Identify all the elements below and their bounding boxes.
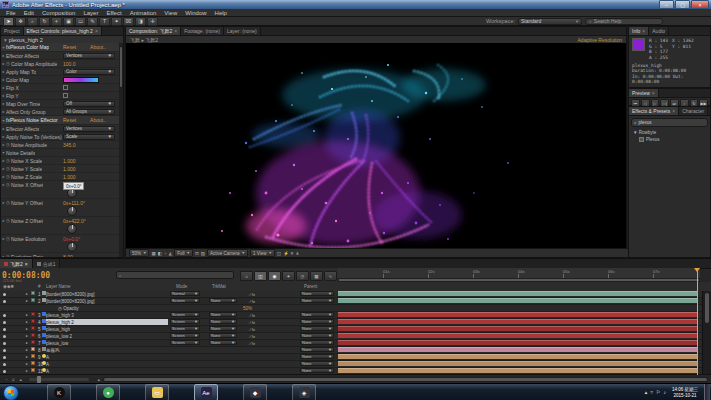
label-color-chip[interactable] [31,347,35,351]
region-of-interest-button[interactable]: ⊡ [195,251,199,256]
tab-character[interactable]: Character [679,107,708,115]
camera-tool[interactable]: ⌖ [51,17,62,26]
property-row[interactable]: ◷ Opacity50% [0,305,703,312]
zoom-tool[interactable]: ⌕ [27,17,38,26]
expand-layers-icon[interactable]: ≣ [11,377,14,382]
brush-tool[interactable]: ✦ [111,17,122,26]
tab-audio[interactable]: Audio [649,27,669,35]
taskbar-clock[interactable]: 14:06 星期三 2015-10-21 [669,387,701,399]
layer-duration-bar[interactable] [338,354,697,359]
trkmat-dropdown[interactable]: None▼ [209,319,237,324]
layer-row-8[interactable]: ▸8老薇风None▼ [0,347,703,354]
menu-layer[interactable]: Layer [79,10,102,16]
shape-tool[interactable]: ▭ [75,17,86,26]
layer-duration-bar[interactable] [338,291,697,296]
tab-layer[interactable]: Layer: (none) [224,27,261,35]
effect-row-2[interactable]: ▸◷Color Map Amplitude100.0 [1,60,119,68]
snapshot-button[interactable]: ⌾ [164,251,167,256]
parent-dropdown[interactable]: None▼ [300,326,334,331]
parent-dropdown[interactable]: None▼ [300,347,334,352]
menu-help[interactable]: Help [211,10,231,16]
effect-row-21[interactable]: ▸◷Evolution Rate8.00 [1,253,119,257]
twirl-icon[interactable]: ▸ [26,347,28,353]
pan-behind-tool[interactable]: ▣ [63,17,74,26]
angle-value[interactable]: 0x+0.0° [63,236,80,242]
reset-link[interactable]: Reset [63,44,76,50]
kmplayer-app[interactable]: K [47,384,71,400]
effect-row-14[interactable]: ▸◷Noise X Scale1.000 [1,157,119,165]
close-icon[interactable]: × [25,261,28,267]
visibility-eye-icon[interactable] [3,361,6,367]
param-value[interactable]: 100.0 [63,61,76,67]
tab-preview[interactable]: Preview× [629,89,659,97]
layer-duration-bar[interactable] [338,319,697,324]
parent-dropdown[interactable]: None▼ [300,361,334,366]
timeline-zoom-slider[interactable] [29,378,89,381]
media-app[interactable]: ◆ [243,384,267,400]
param-checkbox[interactable] [63,85,68,90]
label-color-chip[interactable] [31,312,35,316]
mode-dropdown[interactable]: Screen▼ [170,326,200,331]
col-parent[interactable]: Parent [304,284,317,289]
fx-switch-icon[interactable]: ⁄ fx [250,326,255,332]
layer-name[interactable]: A [46,354,168,360]
twirl-icon[interactable]: ▸ [26,319,28,325]
effect-row-5[interactable]: ▸Flip X [1,84,119,92]
timeline-tab-2[interactable]: 合成1 [33,259,61,268]
fx-switch-icon[interactable]: ⁄ fx [250,340,255,346]
zoom-in-icon[interactable]: ▲ [97,377,101,382]
effects-category[interactable]: ▼ Rowbyte [629,129,710,136]
effects-item-plexus[interactable]: Plexus [629,136,710,143]
effect-row-11[interactable]: ▸Apply Noise To (Vertices)Scale▼ [1,133,119,141]
layer-name[interactable]: [border(8000×8200).jpg] [46,298,168,304]
brainstorm-button[interactable]: ▦ [310,271,323,281]
effects-search-input[interactable]: ⌕ plexus [631,118,708,127]
visibility-eye-icon[interactable] [3,312,6,318]
effect-row-8[interactable]: ▸Affect Only GroupAll Groups▼ [1,108,119,116]
browser-app[interactable]: ● [96,384,120,400]
gradient-swatch[interactable] [63,77,99,83]
parent-dropdown[interactable]: None▼ [300,298,334,303]
close-icon[interactable]: × [174,28,177,34]
motion-blur-button[interactable]: ◷ [296,271,309,281]
layer-duration-bar[interactable] [338,361,697,366]
layer-row-7[interactable]: ▸7plexus_lowScreen▼None▼⁄ fxNone▼ [0,340,703,347]
rotation-dial[interactable] [67,242,77,252]
parent-dropdown[interactable]: None▼ [300,291,334,296]
reset-link[interactable]: Reset [63,117,76,123]
camera-view-select[interactable]: Active Camera▼ [207,249,248,257]
timeline-vertical-scrollbar[interactable] [702,291,711,375]
trkmat-dropdown[interactable]: None▼ [209,312,237,317]
menu-animation[interactable]: Animation [126,10,161,16]
twirl-icon[interactable]: ▸ [26,298,28,304]
network-icon[interactable]: ⚐ [656,389,660,395]
parent-dropdown[interactable]: None▼ [300,340,334,345]
effect-row-6[interactable]: ▸Flip Y [1,92,119,100]
layer-name[interactable]: plexus_high 3 [46,312,168,318]
effect-row-0[interactable]: ▾fx Plexus Color MapResetAbout.. [1,43,119,52]
layer-duration-bar[interactable] [338,340,697,345]
twirl-icon[interactable]: ▸ [26,354,28,360]
show-channels-button[interactable]: ◭ [169,251,172,256]
tab-effects-presets[interactable]: Effects & Presets× [629,107,679,115]
mode-dropdown[interactable]: Screen▼ [170,333,200,338]
about-link[interactable]: About.. [90,117,106,123]
twirl-icon[interactable]: ▸ [26,312,28,318]
trkmat-dropdown[interactable]: None▼ [209,326,237,331]
rotation-dial[interactable] [67,224,77,234]
twirl-icon[interactable]: ▸ [26,333,28,339]
layer-row-3[interactable]: ▸3plexus_high 3Screen▼None▼⁄ fxNone▼ [0,312,703,319]
menu-window[interactable]: Window [181,10,210,16]
angle-input[interactable]: 0x+0.0° [63,182,84,190]
draft-3d-button[interactable]: ◫ [254,271,267,281]
parent-dropdown[interactable]: None▼ [300,319,334,324]
effect-row-18[interactable]: ▸◷Noise Y Offset0x+111.0° [1,199,119,217]
fx-switch-icon[interactable]: ⁄ fx [250,312,255,318]
layer-row-2[interactable]: ▸2[border(8000×8200).jpg]Screen▼None▼⁄ f… [0,298,703,305]
current-time-indicator[interactable] [697,268,698,375]
visibility-eye-icon[interactable] [3,298,6,304]
label-color-chip[interactable] [31,354,35,358]
col-number[interactable]: # [38,284,41,289]
param-value[interactable]: 8.00 [63,254,73,258]
volume-icon[interactable]: ♪ [663,389,666,395]
